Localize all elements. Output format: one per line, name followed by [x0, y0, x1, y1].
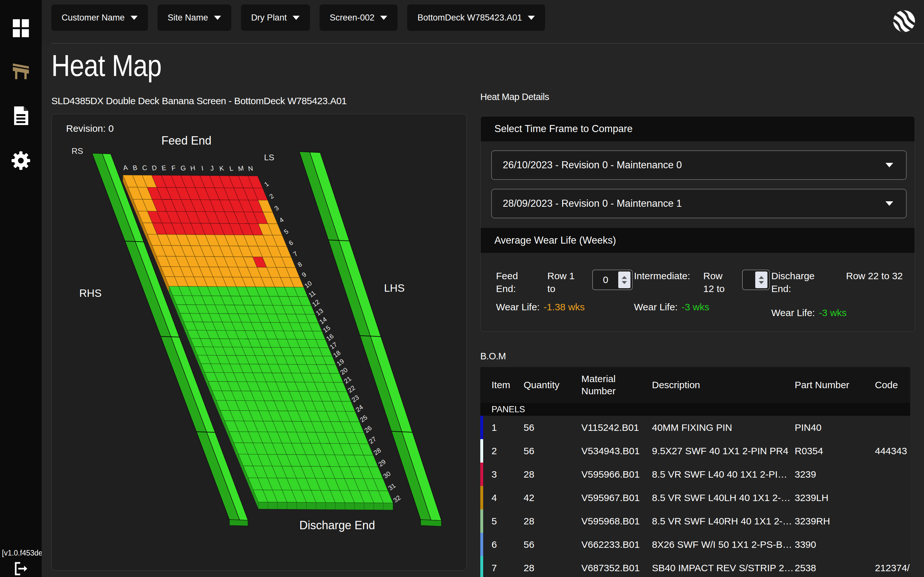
filter-label: Customer Name [61, 13, 125, 23]
table-cell: 56 [523, 446, 582, 456]
heatmap-3d-view[interactable]: ABCDEFGHIJKLMN12345678910111213141516171… [52, 114, 467, 571]
sidebar-item-dashboard[interactable] [0, 19, 42, 38]
bom-table-header: ItemQuantityMaterial NumberDescriptionPa… [480, 367, 910, 403]
chevron-down-icon [885, 201, 893, 206]
row-number: 9 [300, 271, 308, 279]
details-card: Select Time Frame to Compare 26/10/2023 … [480, 116, 915, 332]
table-cell: 2538 [795, 562, 875, 574]
filter-site-name[interactable]: Site Name [158, 5, 231, 31]
screen-deck-icon [10, 60, 31, 81]
table-row[interactable]: 256V534943.B019.5X27 SWF 40 1X1 2-PIN PR… [480, 439, 910, 463]
wear-life-label: Wear Life: [771, 308, 815, 318]
column-letter: K [219, 164, 224, 172]
table-cell: V595966.B01 [582, 469, 652, 480]
wear-life-line: Wear Life:-3 wks [771, 308, 846, 318]
chevron-down-icon [528, 16, 535, 20]
table-cell: 444343 [875, 446, 910, 456]
row-number: 7 [292, 250, 299, 258]
row-color-stripe [480, 533, 483, 556]
sidebar-item-reports[interactable] [0, 106, 42, 126]
table-cell: 8.5 VR SWF L40 40 1X1 2-PI… [652, 469, 795, 480]
table-cell: 212374/2 [875, 562, 910, 574]
bom-column-header: Item [491, 379, 523, 391]
table-row[interactable]: 442V595967.B018.5 VR SWF L40LH 40 1X1 2-… [480, 486, 910, 509]
wear-life-line: Wear Life:-3 wks [634, 301, 709, 313]
spinner-stepper[interactable] [755, 271, 767, 288]
row-number: 21 [342, 375, 352, 385]
table-cell: V115242.B01 [582, 422, 652, 433]
wear-group-label: Intermediate: [634, 269, 702, 282]
row-number: 2 [268, 192, 275, 200]
row-number: 17 [328, 341, 338, 351]
ls-label: LS [264, 153, 274, 163]
table-cell: 5 [491, 516, 523, 527]
filter-customer-name[interactable]: Customer Name [51, 5, 148, 31]
chevron-down-icon [214, 16, 221, 20]
timeframe-section-header: Select Time Frame to Compare [481, 116, 915, 141]
topbar: Customer NameSite NameDry PlantScreen-00… [42, 0, 924, 44]
avg-wear-section-header: Average Wear Life (Weeks) [481, 228, 915, 253]
bom-column-header: Code [875, 379, 910, 391]
column-letter: G [180, 164, 186, 172]
spinner-stepper[interactable] [618, 271, 630, 288]
bom-table: ItemQuantityMaterial NumberDescriptionPa… [480, 367, 910, 577]
table-cell: 9.5X27 SWF 40 1X1 2-PIN PR4 [652, 446, 795, 456]
filter-screen-002[interactable]: Screen-002 [320, 5, 398, 31]
table-cell: V595968.B01 [582, 516, 652, 527]
spinner-value: 0 [593, 274, 618, 285]
row-number: 13 [314, 307, 325, 317]
row-number: 18 [332, 349, 342, 359]
timeframe-select-1[interactable]: 26/10/2023 - Revision 0 - Maintenance 0 [491, 150, 907, 180]
table-cell: V595967.B01 [582, 492, 652, 503]
row-number: 16 [325, 332, 335, 342]
heatmap-details-panel: Heat Map Details Select Time Frame to Co… [480, 92, 915, 577]
wear-life-value: -3 wks [682, 301, 709, 312]
row-number: 10 [303, 279, 313, 290]
table-cell: 8.5 VR SWF L40RH 40 1X1 2-… [652, 516, 795, 527]
table-cell: 3239 [795, 469, 875, 480]
table-row[interactable]: 528V595968.B018.5 VR SWF L40RH 40 1X1 2-… [480, 509, 910, 533]
table-cell: 28 [523, 562, 582, 574]
table-cell: V687352.B01 [582, 562, 652, 574]
row-number: 20 [339, 366, 349, 376]
wear-life-label: Wear Life: [634, 301, 678, 312]
table-row[interactable]: 156V115242.B0140MM FIXING PINPIN40 [480, 416, 910, 439]
timeframe-select-2[interactable]: 28/09/2023 - Revision 0 - Maintenance 1 [491, 189, 907, 218]
chevron-down-icon [885, 163, 893, 167]
row-number: 24 [355, 403, 365, 413]
row-number: 29 [377, 458, 387, 468]
row-range-spinner[interactable] [742, 269, 770, 290]
row-number: 32 [392, 494, 402, 504]
rhs-label: RHS [79, 287, 102, 300]
row-range-spinner[interactable]: 0 [592, 269, 633, 290]
main-content: Heat Map SLD4385DX Double Deck Banana Sc… [42, 44, 924, 577]
bom-heading: B.O.M [480, 351, 915, 364]
table-row[interactable]: 728V687352.B01SB40 IMPACT REV S/STRIP 2…… [480, 556, 910, 577]
logout-button[interactable] [0, 562, 42, 576]
chevron-down-icon [622, 281, 627, 284]
discharge-end-label: Discharge End [289, 519, 385, 532]
filter-dry-plant[interactable]: Dry Plant [241, 5, 310, 31]
column-letter: B [132, 163, 137, 171]
table-row[interactable]: 656V662233.B018X26 SWF W/I 50 1X1 2-PS-B… [480, 533, 910, 556]
column-letter: I [201, 164, 204, 172]
logout-icon [14, 562, 28, 576]
row-color-stripe [480, 463, 483, 486]
app-version: [v1.0.f453de [2, 549, 42, 558]
table-cell: 7 [491, 562, 523, 574]
table-cell: 3239LH [795, 492, 875, 503]
bom-section-row: PANELS [480, 403, 910, 416]
filter-bottomdeck-w785423-a01[interactable]: BottomDeck W785423.A01 [407, 5, 545, 31]
sidebar-item-settings[interactable] [0, 151, 42, 171]
table-cell: V662233.B01 [582, 539, 652, 550]
chevron-down-icon [131, 16, 137, 20]
page-title: Heat Map [51, 48, 162, 83]
column-letter: F [171, 164, 176, 172]
column-letter: L [229, 164, 234, 172]
sidebar-item-screen-deck[interactable] [0, 60, 42, 81]
table-row[interactable]: 328V595966.B018.5 VR SWF L40 40 1X1 2-PI… [480, 463, 910, 486]
row-number: 30 [382, 470, 392, 480]
column-letter: N [248, 164, 254, 172]
feed-end-label: Feed End [145, 134, 228, 147]
table-cell: 6 [491, 539, 523, 550]
